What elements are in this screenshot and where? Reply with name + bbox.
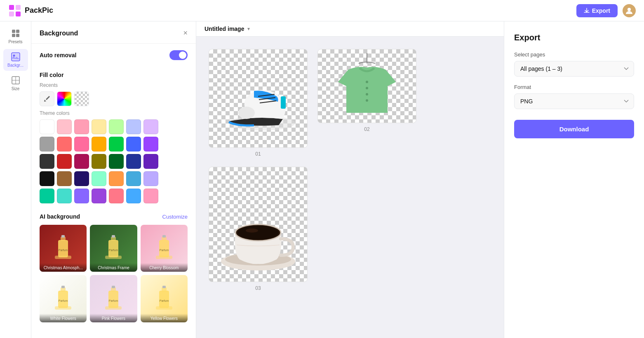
sidebar-item-background[interactable]: Backgr... bbox=[3, 49, 28, 71]
color-swatch[interactable] bbox=[74, 137, 89, 152]
customize-link[interactable]: Customize bbox=[162, 214, 188, 220]
color-swatch[interactable] bbox=[92, 137, 106, 152]
color-swatch[interactable] bbox=[57, 189, 72, 203]
color-swatch[interactable] bbox=[74, 189, 89, 203]
color-swatch[interactable] bbox=[109, 154, 124, 169]
auto-removal-row: Auto removal bbox=[40, 50, 188, 60]
color-swatch[interactable] bbox=[126, 189, 141, 203]
color-swatch[interactable] bbox=[109, 171, 124, 186]
ai-thumb-label: Cherry Blossom bbox=[141, 263, 188, 272]
canvas-page-02-bg[interactable] bbox=[317, 49, 416, 123]
ai-thumb-label: Christmas Frame bbox=[90, 263, 137, 272]
close-button[interactable]: × bbox=[183, 29, 188, 37]
canvas-dropdown-icon[interactable]: ▾ bbox=[247, 26, 250, 32]
color-swatch[interactable] bbox=[143, 171, 158, 186]
ai-thumb-flowers1[interactable]: Parfum White Flowers bbox=[40, 275, 87, 322]
auto-removal-section: Auto removal bbox=[31, 44, 196, 72]
svg-rect-37 bbox=[112, 286, 115, 288]
color-swatch[interactable] bbox=[126, 171, 141, 186]
color-swatch[interactable] bbox=[57, 137, 72, 152]
ai-header: AI background Customize bbox=[40, 213, 188, 220]
app-name: PackPic bbox=[25, 6, 53, 15]
color-swatch[interactable] bbox=[92, 154, 106, 169]
canvas-page-03-bg[interactable] bbox=[209, 167, 308, 282]
svg-rect-8 bbox=[16, 34, 19, 37]
color-swatch[interactable] bbox=[143, 137, 158, 152]
color-swatch[interactable] bbox=[126, 119, 141, 134]
topnav: PackPic Export bbox=[0, 0, 644, 21]
select-pages-label: Select pages bbox=[514, 51, 634, 58]
color-swatch[interactable] bbox=[40, 119, 54, 134]
fill-color-label: Fill color bbox=[40, 72, 188, 78]
background-panel: Background × Auto removal Fill color Rec… bbox=[31, 21, 196, 338]
canvas-page-01: 01 bbox=[209, 49, 308, 157]
ai-thumbnails-grid: Parfum Christmas Atmosph... Parfum Chris… bbox=[40, 225, 188, 322]
download-button[interactable]: Download bbox=[514, 120, 634, 138]
ai-thumb-christmas-atmos[interactable]: Parfum Christmas Atmosph... bbox=[40, 225, 87, 272]
svg-point-60 bbox=[246, 228, 258, 233]
recent-swatches-row bbox=[40, 91, 188, 106]
color-swatch[interactable] bbox=[92, 171, 106, 186]
color-swatch[interactable] bbox=[74, 154, 89, 169]
color-swatch[interactable] bbox=[109, 137, 124, 152]
svg-point-52 bbox=[366, 87, 368, 89]
ai-thumb-label: Christmas Atmosph... bbox=[40, 263, 87, 272]
color-swatch[interactable] bbox=[40, 154, 54, 169]
color-swatch[interactable] bbox=[143, 154, 158, 169]
packpic-logo-icon bbox=[8, 4, 21, 17]
avatar[interactable] bbox=[623, 4, 636, 17]
ai-thumb-flowers3[interactable]: Parfum Yellow Flowers bbox=[141, 275, 188, 322]
format-dropdown[interactable]: PNGJPGWebPSVG bbox=[514, 93, 634, 109]
shirt-product-image bbox=[326, 53, 408, 119]
canvas-page-02-label: 02 bbox=[364, 126, 369, 132]
ai-thumb-flowers2[interactable]: Parfum Pink Flowers bbox=[90, 275, 137, 322]
svg-rect-28 bbox=[156, 256, 172, 259]
ai-thumb-cherry-blossom[interactable]: Parfum Cherry Blossom bbox=[141, 225, 188, 272]
auto-removal-toggle[interactable] bbox=[169, 50, 188, 60]
eyedropper-swatch[interactable] bbox=[40, 91, 54, 106]
color-swatch[interactable] bbox=[109, 119, 124, 134]
select-pages-dropdown[interactable]: All pages (1 – 3)Current pagePage 1Page … bbox=[514, 61, 634, 77]
color-swatch[interactable] bbox=[126, 137, 141, 152]
theme-colors-label: Theme colors bbox=[40, 110, 188, 116]
svg-rect-27 bbox=[162, 235, 166, 238]
color-swatch[interactable] bbox=[40, 189, 54, 203]
color-swatch[interactable] bbox=[57, 119, 72, 134]
sidebar-item-presets[interactable]: Presets bbox=[3, 26, 28, 47]
svg-rect-49 bbox=[281, 96, 286, 109]
ai-thumb-christmas-frame[interactable]: Parfum Christmas Frame bbox=[90, 225, 137, 272]
svg-rect-42 bbox=[162, 286, 166, 288]
ai-label: AI background bbox=[40, 213, 80, 220]
svg-point-4 bbox=[628, 8, 631, 11]
color-swatch[interactable] bbox=[143, 119, 158, 134]
color-swatch[interactable] bbox=[74, 119, 89, 134]
color-swatch[interactable] bbox=[143, 189, 158, 203]
color-swatch[interactable] bbox=[92, 119, 106, 134]
color-swatch[interactable] bbox=[92, 189, 106, 203]
svg-rect-43 bbox=[156, 306, 172, 310]
transparent-swatch[interactable] bbox=[74, 91, 89, 106]
color-swatch[interactable] bbox=[126, 154, 141, 169]
color-swatch[interactable] bbox=[57, 154, 72, 169]
color-swatch[interactable] bbox=[74, 171, 89, 186]
download-icon bbox=[584, 8, 590, 14]
export-button[interactable]: Export bbox=[576, 4, 618, 17]
sidebar-item-size[interactable]: Size bbox=[3, 72, 28, 94]
format-label: Format bbox=[514, 84, 634, 90]
color-swatch[interactable] bbox=[109, 189, 124, 203]
presets-label: Presets bbox=[9, 40, 23, 44]
color-swatch[interactable] bbox=[57, 171, 72, 186]
nav-right: Export bbox=[576, 4, 636, 17]
color-swatch[interactable] bbox=[40, 137, 54, 152]
svg-point-53 bbox=[366, 93, 368, 96]
ai-thumb-label: White Flowers bbox=[40, 314, 87, 322]
svg-point-51 bbox=[366, 81, 368, 83]
color-swatch[interactable] bbox=[40, 171, 54, 186]
svg-rect-7 bbox=[12, 34, 15, 37]
canvas-page-03: 03 bbox=[209, 167, 308, 291]
canvas-page-01-bg[interactable] bbox=[209, 49, 308, 148]
export-panel: Export Select pages All pages (1 – 3)Cur… bbox=[504, 21, 644, 338]
svg-rect-38 bbox=[105, 306, 122, 310]
svg-text:Parfum: Parfum bbox=[59, 249, 68, 252]
rainbow-swatch[interactable] bbox=[57, 91, 72, 106]
